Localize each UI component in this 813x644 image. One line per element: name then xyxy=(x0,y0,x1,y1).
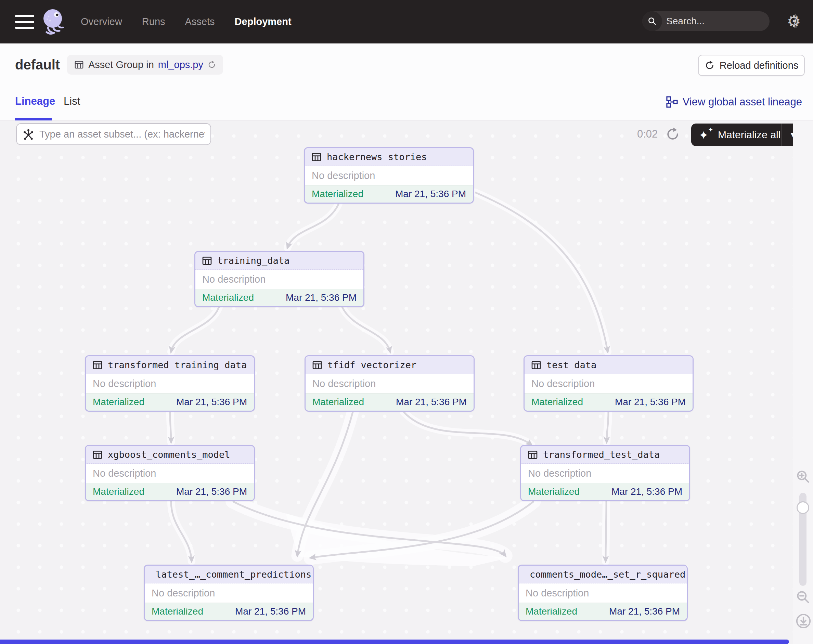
asset-subset-input[interactable] xyxy=(39,129,205,140)
asset-name: training_data xyxy=(217,255,290,266)
asset-description: No description xyxy=(531,378,595,389)
primary-nav: Overview Runs Assets Deployment xyxy=(81,0,291,43)
reload-group-icon[interactable] xyxy=(207,60,216,69)
asset-status-badge: Materialized xyxy=(312,397,364,408)
reload-definitions-button[interactable]: Reload definitions xyxy=(698,55,805,76)
asset-node-body: No description xyxy=(305,374,474,393)
asset-node-header: training_data xyxy=(195,252,364,270)
edge-band-highlight xyxy=(286,513,509,566)
asset-node-tfidf-vectorizer[interactable]: tfidf_vectorizer No description Material… xyxy=(305,355,475,412)
asset-subset-filter[interactable] xyxy=(16,123,211,145)
nav-item-deployment[interactable]: Deployment xyxy=(235,16,291,28)
edge-transformed-test-data-to-latest-comment-predictions xyxy=(311,501,534,558)
nav-item-overview[interactable]: Overview xyxy=(81,16,122,28)
view-global-asset-lineage-label: View global asset lineage xyxy=(683,96,802,108)
hamburger-menu-icon[interactable] xyxy=(15,15,34,29)
edge-training-data-to-transformed-training-data xyxy=(171,307,219,352)
edge-transformed-training-data-to-xgboost-comments-model xyxy=(170,412,171,442)
materialize-all-button[interactable]: ✦✦ Materialize all xyxy=(691,127,782,143)
asset-description: No description xyxy=(202,274,265,285)
zoom-in-icon[interactable] xyxy=(796,469,811,484)
tab-lineage[interactable]: Lineage xyxy=(15,95,55,107)
asset-description: No description xyxy=(93,378,156,389)
asset-name: tfidf_vectorizer xyxy=(327,360,416,370)
asset-node-training-data[interactable]: training_data No description Materialize… xyxy=(194,251,364,307)
table-icon xyxy=(312,360,323,371)
refresh-graph-icon[interactable] xyxy=(665,127,680,142)
asset-name: transformed_test_data xyxy=(543,449,660,460)
asset-materialization-time[interactable]: Mar 21, 5:36 PM xyxy=(615,397,686,408)
sparkles-icon: ✦✦ xyxy=(699,127,712,143)
asset-materialization-time[interactable]: Mar 21, 5:36 PM xyxy=(609,606,680,617)
asset-group-badge-text: Asset Group in xyxy=(88,59,154,71)
materialize-all-split-button: ✦✦ Materialize all ▼ xyxy=(691,124,804,146)
active-tab-underline xyxy=(15,118,52,120)
asset-node-transformed-training-data[interactable]: transformed_training_data No description… xyxy=(85,355,255,412)
table-icon xyxy=(92,360,103,371)
asset-node-body: No description xyxy=(521,464,689,483)
asset-group-badge[interactable]: Asset Group in ml_ops.py xyxy=(67,55,223,75)
view-global-asset-lineage-link[interactable]: View global asset lineage xyxy=(666,96,802,108)
asset-node-header: tfidf_vectorizer xyxy=(305,356,474,374)
download-image-icon[interactable] xyxy=(796,613,811,628)
asset-status-badge: Materialized xyxy=(526,606,577,617)
settings-gear-icon[interactable]: ⚙ xyxy=(785,13,802,29)
table-icon xyxy=(74,60,84,70)
asset-node-comments-mode-set-r-squared[interactable]: comments_mode…_set_r_squared No descript… xyxy=(518,564,688,621)
asset-materialization-time[interactable]: Mar 21, 5:36 PM xyxy=(396,397,467,408)
lineage-canvas[interactable]: 0:02 ✦✦ Materialize all ▼ hackernews_sto… xyxy=(0,120,813,644)
search-input[interactable] xyxy=(662,16,794,27)
asset-materialization-time[interactable]: Mar 21, 5:36 PM xyxy=(612,486,682,497)
asset-node-body: No description xyxy=(86,464,254,483)
asset-status-badge: Materialized xyxy=(312,189,364,199)
asset-group-file-link[interactable]: ml_ops.py xyxy=(158,59,203,71)
refresh-icon xyxy=(704,60,715,71)
asset-materialization-time[interactable]: Mar 21, 5:36 PM xyxy=(176,486,247,497)
asset-node-footer: Materialized Mar 21, 5:36 PM xyxy=(305,185,473,202)
horizontal-scrollbar[interactable] xyxy=(0,639,789,644)
asset-node-footer: Materialized Mar 21, 5:36 PM xyxy=(519,603,687,620)
tab-list[interactable]: List xyxy=(64,95,80,107)
asset-materialization-time[interactable]: Mar 21, 5:36 PM xyxy=(176,397,247,408)
asset-node-transformed-test-data[interactable]: transformed_test_data No description Mat… xyxy=(520,445,690,501)
asset-node-body: No description xyxy=(86,374,254,393)
page-header: default Asset Group in ml_ops.py Reload … xyxy=(0,43,813,89)
asset-materialization-time[interactable]: Mar 21, 5:36 PM xyxy=(235,606,306,617)
page-title: default xyxy=(15,57,60,72)
zoom-out-icon[interactable] xyxy=(796,590,811,605)
table-icon xyxy=(92,449,103,460)
asset-node-test-data[interactable]: test_data No description Materialized Ma… xyxy=(523,355,693,412)
zoom-slider-handle[interactable] xyxy=(796,501,809,514)
asset-node-latest-comment-predictions[interactable]: latest_…_comment_predictions No descript… xyxy=(144,564,314,621)
dagster-octopus-logo[interactable] xyxy=(40,8,67,36)
nav-item-runs[interactable]: Runs xyxy=(142,16,165,28)
asset-node-body: No description xyxy=(519,583,687,603)
asset-node-hackernews-stories[interactable]: hackernews_stories No description Materi… xyxy=(304,147,474,204)
asset-name: transformed_training_data xyxy=(108,360,247,370)
asset-description: No description xyxy=(93,468,156,479)
search-icon xyxy=(642,11,662,31)
asset-name: latest_…_comment_predictions xyxy=(156,569,311,580)
asset-description: No description xyxy=(528,468,591,479)
asset-name: hackernews_stories xyxy=(327,152,427,162)
edge-hackernews-stories-to-test-data xyxy=(475,192,608,352)
asset-description: No description xyxy=(312,378,376,389)
lineage-graph-icon xyxy=(666,96,678,108)
asset-node-header: comments_mode…_set_r_squared xyxy=(519,566,687,583)
global-search[interactable]: / xyxy=(642,11,770,31)
asset-materialization-time[interactable]: Mar 21, 5:36 PM xyxy=(395,189,466,199)
nav-item-assets[interactable]: Assets xyxy=(185,16,215,28)
asset-node-header: xgboost_comments_model xyxy=(86,446,254,464)
edge-xgboost-comments-model-to-latest-comment-predictions xyxy=(171,501,192,561)
asset-node-footer: Materialized Mar 21, 5:36 PM xyxy=(145,603,313,620)
asset-node-body: No description xyxy=(195,270,364,289)
asset-materialization-time[interactable]: Mar 21, 5:36 PM xyxy=(286,292,357,303)
asset-status-badge: Materialized xyxy=(531,397,583,408)
asset-node-xgboost-comments-model[interactable]: xgboost_comments_model No description Ma… xyxy=(85,445,255,501)
asset-status-badge: Materialized xyxy=(93,486,144,497)
asset-status-badge: Materialized xyxy=(202,292,254,303)
edge-training-data-to-tfidf-vectorizer xyxy=(342,307,390,352)
table-icon xyxy=(311,152,322,163)
edge-test-data-to-transformed-test-data xyxy=(607,412,608,442)
edge-xgboost-comments-model-to-comments-mode-set-r-squared xyxy=(233,501,505,556)
